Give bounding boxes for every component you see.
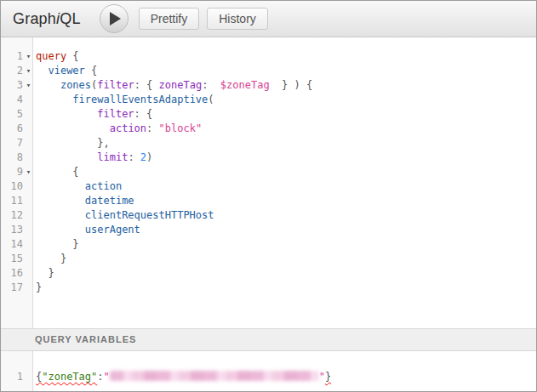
code-line[interactable]: 16 } [1,266,536,281]
query-editor[interactable]: 1▾query {2▾ viewer {3▾ zones(filter: { z… [1,37,536,328]
line-number: 10 [1,179,23,194]
code-token: ) [146,151,152,163]
code-line[interactable]: 9▾ { [1,165,536,179]
code-token [36,79,60,91]
code-token: $zoneTag [220,79,270,91]
code-token: action [110,122,146,134]
line-number: 9 [1,165,23,179]
code-token [36,122,110,134]
history-button[interactable]: History [207,8,268,30]
code-text: query { [36,50,79,62]
code-token: } [72,238,78,250]
toolbar: GraphiQL Prettify History [1,1,536,37]
code-line[interactable]: 4 firewallEventsAdaptive( [1,93,536,107]
code-line[interactable]: 5 filter: { [1,107,536,122]
code-line[interactable]: 3▾ zones(filter: { zoneTag: $zoneTag } )… [1,78,536,93]
code-line[interactable]: 7 }, [1,136,536,151]
fold-arrow-icon[interactable]: ▾ [23,78,34,93]
line-number: 17 [1,281,23,295]
fold-arrow-icon[interactable]: ▾ [23,64,34,78]
code-token: : [128,151,134,163]
code-token [134,151,140,163]
code-line[interactable]: 2▾ viewer { [1,64,536,78]
code-text: } [36,238,79,250]
code-token [208,79,220,91]
code-token [140,108,146,120]
variables-editor[interactable]: 1{"zoneTag":""} [1,351,536,391]
code-token: { [72,166,78,178]
code-token: " [104,371,110,383]
line-number: 1 [1,49,23,64]
code-token: { [146,108,152,120]
code-token: query [36,50,66,62]
code-text: } [36,253,66,264]
code-token: zoneTag [159,79,203,91]
code-token [36,195,85,207]
fold-arrow-icon[interactable]: ▾ [23,49,34,64]
code-token [36,137,97,149]
code-line[interactable]: 17} [1,281,536,295]
code-token [36,108,97,120]
code-token: filter [97,79,134,91]
code-token: }, [97,137,109,149]
code-token [36,65,48,77]
line-number: 13 [1,223,23,237]
code-line[interactable]: 6 action: "block" [1,122,536,136]
code-token [36,209,85,221]
code-line[interactable]: 1▾query { [1,49,536,64]
code-token: clientRequestHTTPHost [85,209,214,221]
code-token [36,180,85,192]
line-number: 1 [1,370,23,384]
line-number: 15 [1,252,23,266]
prettify-button[interactable]: Prettify [139,8,200,30]
code-line[interactable]: 13 userAgent [1,223,536,237]
code-line[interactable]: 14 } [1,237,536,252]
code-token: : [134,79,140,91]
code-token: zones [60,79,91,91]
code-text: action: "block" [36,122,202,134]
code-token: { [72,50,78,62]
line-number: 3 [1,78,23,93]
execute-query-button[interactable] [100,4,129,33]
query-variables-header[interactable]: QUERY VARIABLES [1,328,536,351]
line-number: 8 [1,151,23,165]
code-token [36,151,97,163]
code-token: : [97,371,103,383]
code-line[interactable]: 11 datetime [1,194,536,208]
code-text: viewer { [36,65,97,77]
code-text: } [36,267,54,279]
code-line[interactable]: 10 action [1,179,536,194]
code-token [36,267,48,279]
line-number: 11 [1,194,23,208]
code-token: : [134,108,140,120]
line-number: 7 [1,136,23,151]
code-line[interactable]: 12 clientRequestHTTPHost [1,208,536,223]
code-token [152,79,158,91]
code-token: } [36,281,42,293]
code-token [270,79,282,91]
code-token [36,94,72,105]
code-token [300,79,306,91]
play-icon [110,12,121,26]
fold-arrow-icon[interactable]: ▾ [23,165,34,179]
code-text: zones(filter: { zoneTag: $zoneTag } ) { [36,79,312,91]
code-token: 2 [140,151,146,163]
line-number: 12 [1,208,23,223]
code-token: ( [208,94,214,105]
code-token [152,122,158,134]
graphiql-window: GraphiQL Prettify History 1▾query {2▾ vi… [0,0,537,392]
code-line[interactable]: 8 limit: 2) [1,151,536,165]
code-text: userAgent [36,224,140,236]
code-token [36,224,85,236]
code-line[interactable]: 1{"zoneTag":""} [1,370,536,384]
code-text: firewallEventsAdaptive( [36,94,214,105]
code-line[interactable]: 15 } [1,252,536,266]
code-token [36,253,60,264]
line-number: 4 [1,93,23,107]
code-text: } [36,281,42,293]
code-token: limit [97,151,128,163]
line-number: 14 [1,237,23,252]
code-token: "zoneTag" [42,371,97,383]
code-text: datetime [36,195,134,207]
code-token: } [325,371,331,383]
